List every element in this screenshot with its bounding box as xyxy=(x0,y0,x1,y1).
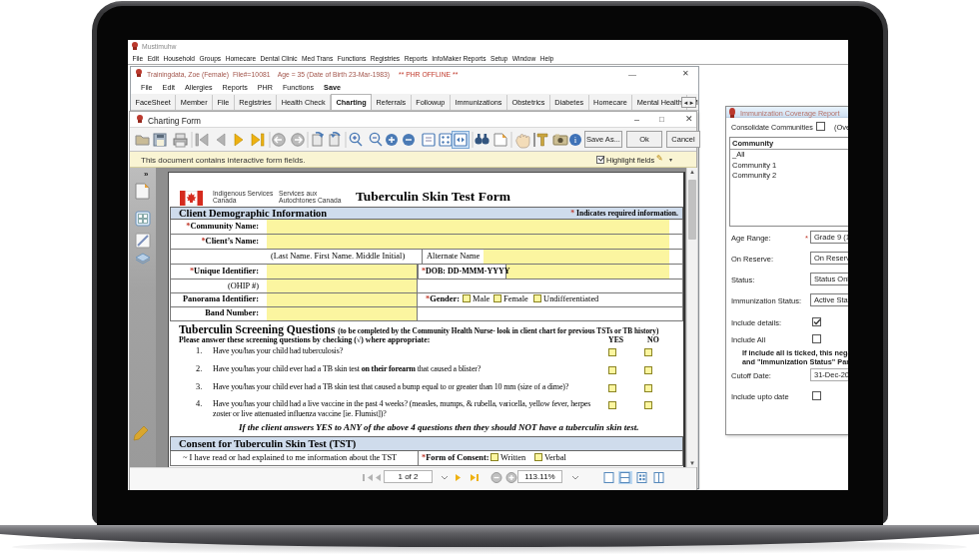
svg-text:»: » xyxy=(144,170,149,179)
